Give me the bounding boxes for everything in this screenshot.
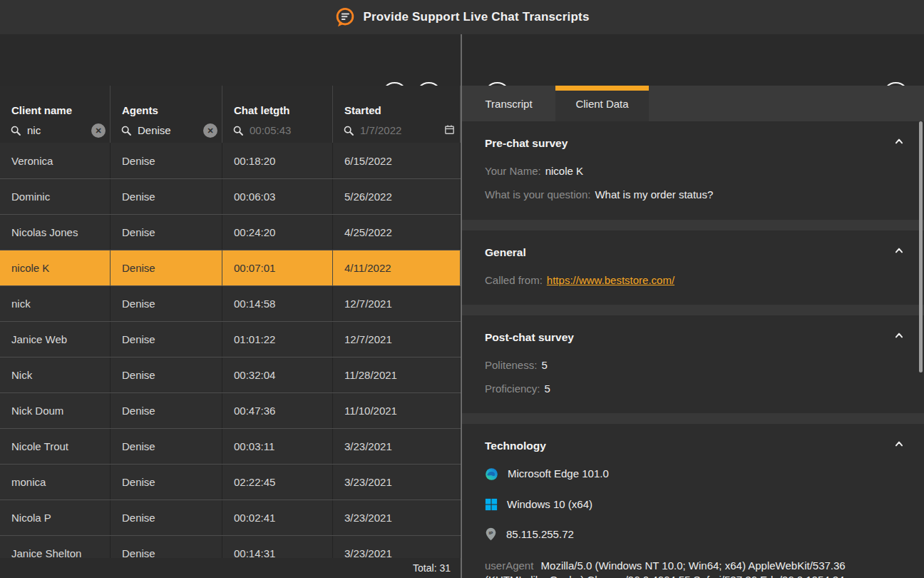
cell-client: Nicola P [0, 500, 111, 535]
started-filter-input[interactable] [360, 124, 442, 136]
cell-length: 00:14:58 [222, 286, 333, 321]
table-row[interactable]: Nicola PDenise00:02:413/23/2021 [0, 500, 461, 535]
cell-started: 12/7/2021 [333, 286, 461, 321]
app-title: Provide Support Live Chat Transcripts [363, 10, 589, 24]
table-row[interactable]: nickDenise00:14:5812/7/2021 [0, 285, 461, 321]
cell-agent: Denise [111, 465, 222, 500]
filter-cell-agent: ✕ [111, 118, 222, 143]
cell-started: 6/15/2022 [333, 143, 461, 178]
cell-started: 11/10/2021 [333, 393, 461, 428]
cell-agent: Denise [111, 286, 222, 321]
detail-value: 5 [541, 359, 547, 371]
table-footer: Total: 31 [0, 558, 461, 578]
detail-value: nicole K [545, 165, 583, 177]
length-filter-input[interactable] [250, 124, 328, 136]
calendar-button[interactable] [443, 123, 456, 138]
called-from-link[interactable]: https://www.beststore.com/ [547, 274, 674, 286]
section-technology: TechnologyMicrosoft Edge 101.0Windows 10… [462, 424, 924, 578]
filter-cell-client: ✕ [0, 118, 111, 143]
clear-filter-button[interactable]: ✕ [91, 123, 106, 138]
section-title: Post-chat survey [485, 331, 901, 344]
column-label: Client name [11, 104, 72, 116]
search-icon [343, 125, 354, 136]
cell-agent: Denise [111, 429, 222, 464]
chevron-up-icon [894, 137, 904, 146]
table-row[interactable]: Janice WebDenise01:01:2212/7/2021 [0, 321, 461, 357]
detail-label: Proficiency: [485, 382, 540, 395]
collapse-section-button[interactable] [894, 137, 904, 148]
column-header-length[interactable]: Chat letgth [222, 86, 333, 118]
cell-client: Janice Web [0, 322, 111, 357]
cell-client: Nick [0, 358, 111, 392]
cell-started: 4/11/2022 [333, 250, 461, 285]
detail-label: Politeness: [485, 359, 537, 371]
collapse-section-button[interactable] [894, 331, 904, 342]
collapse-section-button[interactable] [894, 440, 904, 450]
cell-length: 02:22:45 [222, 465, 333, 500]
table-row[interactable]: Nicolas JonesDenise00:24:204/25/2022 [0, 214, 461, 250]
column-header-agent[interactable]: Agents [111, 86, 222, 118]
section-title: General [485, 246, 901, 259]
column-label: Chat letgth [234, 104, 289, 116]
detail-item: Your Name:nicole K [485, 164, 901, 178]
cell-started: 4/25/2022 [333, 215, 461, 250]
detail-value: Mozilla/5.0 (Windows NT 10.0; Win64; x64… [485, 559, 846, 578]
section-title: Pre-chat survey [485, 137, 901, 150]
cell-client: nick [0, 286, 111, 321]
chevron-up-icon [894, 440, 904, 448]
table-body: VeronicaDenise00:18:206/15/2022DominicDe… [0, 143, 461, 571]
section-title: Technology [485, 440, 901, 452]
detail-value: Windows 10 (x64) [507, 497, 592, 512]
provide-support-logo-icon [334, 6, 356, 28]
column-label: Started [344, 104, 381, 116]
table-row[interactable]: Nick DoumDenise00:47:3611/10/2021 [0, 392, 461, 428]
column-label: Agents [122, 104, 158, 116]
cell-agent: Denise [111, 358, 222, 392]
cell-client: Dominic [0, 179, 111, 214]
cell-client: Nicole Trout [0, 429, 111, 464]
detail-label: userAgent [485, 559, 537, 572]
table-row[interactable]: NickDenise00:32:0411/28/2021 [0, 357, 461, 392]
table-row[interactable]: Nicole TroutDenise00:03:113/23/2021 [0, 428, 461, 464]
cell-started: 5/26/2022 [333, 179, 461, 214]
column-header-started[interactable]: Started [333, 86, 461, 118]
edge-icon [485, 467, 498, 481]
table-row[interactable]: nicole KDenise00:07:014/11/2022 [0, 250, 461, 285]
cell-started: 11/28/2021 [333, 358, 461, 392]
tab-client-data[interactable]: Client Data [555, 86, 649, 121]
clear-filter-button[interactable]: ✕ [203, 123, 217, 138]
toolbar: my-account [0, 34, 924, 86]
scrollbar-thumb[interactable] [919, 121, 923, 372]
cell-client: Nicolas Jones [0, 215, 111, 250]
agent-filter-input[interactable] [138, 124, 202, 136]
tab-transcript[interactable]: Transcript [462, 86, 555, 121]
detail-value: 85.115.255.72 [506, 527, 574, 542]
cell-client: Nick Doum [0, 393, 111, 428]
app-header: Provide Support Live Chat Transcripts [0, 0, 924, 34]
column-header-client[interactable]: Client name [0, 86, 111, 118]
cell-length: 00:47:36 [222, 393, 333, 428]
detail-item: IP85.115.255.72 [485, 527, 901, 542]
windows-icon [485, 498, 498, 511]
useragent-item: userAgent Mozilla/5.0 (Windows NT 10.0; … [485, 559, 870, 578]
table-row[interactable]: DominicDenise00:06:035/26/2022 [0, 178, 461, 214]
collapse-section-button[interactable] [894, 246, 904, 257]
table-row[interactable]: monicaDenise02:22:453/23/2021 [0, 464, 461, 500]
cell-length: 00:06:03 [222, 179, 333, 214]
ip-icon: IP [485, 527, 497, 541]
chevron-up-icon [894, 331, 904, 340]
detail-item: Called from:https://www.beststore.com/ [485, 273, 901, 288]
svg-text:IP: IP [489, 530, 493, 535]
cell-length: 00:07:01 [222, 250, 333, 285]
detail-item: Microsoft Edge 101.0 [485, 467, 901, 481]
detail-item: Politeness:5 [485, 358, 901, 372]
client-details-panel: TranscriptClient Data Pre-chat surveyYou… [462, 86, 924, 578]
table-row[interactable]: VeronicaDenise00:18:206/15/2022 [0, 143, 461, 178]
cell-agent: Denise [111, 250, 222, 285]
client-filter-input[interactable] [27, 124, 90, 136]
cell-client: Veronica [0, 143, 111, 178]
cell-started: 12/7/2021 [333, 322, 461, 357]
cell-length: 00:02:41 [222, 500, 333, 535]
detail-label: Your Name: [485, 165, 541, 177]
cell-started: 3/23/2021 [333, 500, 461, 535]
